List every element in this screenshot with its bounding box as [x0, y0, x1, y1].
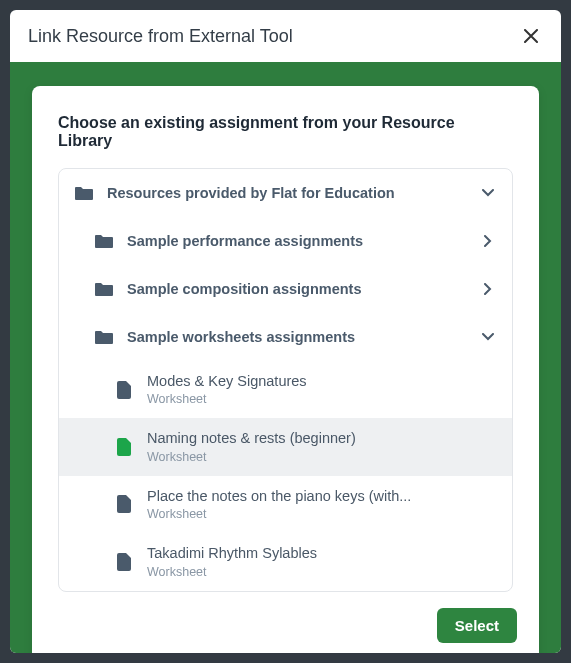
folder-icon [93, 280, 115, 298]
chevron-down-icon [478, 183, 498, 203]
folder-label: Sample performance assignments [127, 233, 478, 249]
resource-picker-card: Choose an existing assignment from your … [32, 86, 539, 653]
folder-icon [93, 232, 115, 250]
file-icon [113, 438, 135, 456]
item-title: Modes & Key Signatures [147, 373, 307, 390]
item-subtitle: Worksheet [147, 450, 356, 464]
item-title: Place the notes on the piano keys (with.… [147, 488, 411, 505]
item-subtitle: Worksheet [147, 392, 307, 406]
item-subtitle: Worksheet [147, 507, 411, 521]
file-icon [113, 495, 135, 513]
green-background: Choose an existing assignment from your … [10, 62, 561, 653]
folder-label: Sample composition assignments [127, 281, 478, 297]
picker-footer: Select [32, 592, 539, 653]
file-icon [113, 553, 135, 571]
file-icon [113, 381, 135, 399]
item-title: Naming notes & rests (beginner) [147, 430, 356, 447]
folder-sample-performance[interactable]: Sample performance assignments [59, 217, 512, 265]
select-button[interactable]: Select [437, 608, 517, 643]
worksheet-item[interactable]: Naming notes & rests (beginner) Workshee… [59, 418, 512, 475]
folder-sample-composition[interactable]: Sample composition assignments [59, 265, 512, 313]
folder-label: Resources provided by Flat for Education [107, 185, 478, 201]
chevron-right-icon [478, 279, 498, 299]
modal-title: Link Resource from External Tool [28, 26, 293, 47]
item-title: Takadimi Rhythm Sylables [147, 545, 317, 562]
modal-header: Link Resource from External Tool [10, 10, 561, 62]
worksheet-item[interactable]: Takadimi Rhythm Sylables Worksheet [59, 533, 512, 590]
item-subtitle: Worksheet [147, 565, 317, 579]
resource-tree: Resources provided by Flat for Education… [58, 168, 513, 592]
worksheet-item[interactable]: Modes & Key Signatures Worksheet [59, 361, 512, 418]
folder-icon [73, 184, 95, 202]
close-button[interactable] [519, 24, 543, 48]
chevron-down-icon [478, 327, 498, 347]
folder-sample-worksheets[interactable]: Sample worksheets assignments [59, 313, 512, 361]
folder-root[interactable]: Resources provided by Flat for Education [59, 169, 512, 217]
link-resource-modal: Link Resource from External Tool Choose … [10, 10, 561, 653]
folder-label: Sample worksheets assignments [127, 329, 478, 345]
folder-icon [93, 328, 115, 346]
chevron-right-icon [478, 231, 498, 251]
close-icon [524, 29, 538, 43]
worksheet-item[interactable]: Place the notes on the piano keys (with.… [59, 476, 512, 533]
picker-heading: Choose an existing assignment from your … [32, 86, 539, 168]
